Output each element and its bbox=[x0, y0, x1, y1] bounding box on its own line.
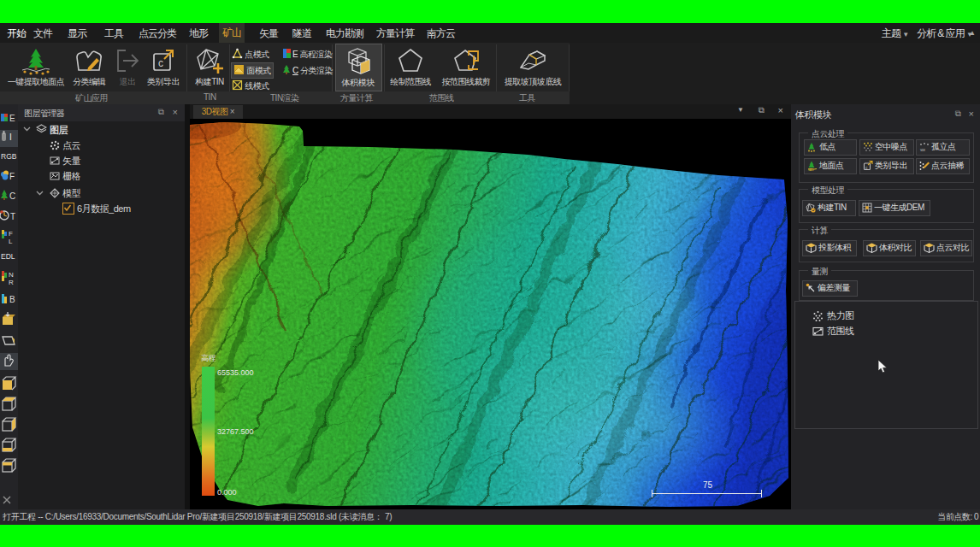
svg-text:T: T bbox=[10, 212, 15, 221]
svg-text:B: B bbox=[9, 295, 15, 304]
svg-text:c: c bbox=[158, 57, 163, 69]
svg-text:vox: vox bbox=[920, 148, 926, 152]
svg-text:SAG: SAG bbox=[808, 168, 814, 171]
svg-text:N: N bbox=[9, 271, 14, 279]
svg-text:c: c bbox=[865, 165, 868, 170]
svg-text:R: R bbox=[9, 279, 14, 286]
svg-text:C: C bbox=[9, 191, 15, 201]
svg-text:L: L bbox=[9, 238, 13, 245]
svg-text:75: 75 bbox=[703, 480, 713, 490]
svg-text:I: I bbox=[9, 132, 12, 142]
svg-text:F: F bbox=[9, 230, 13, 238]
svg-text:E: E bbox=[9, 114, 15, 123]
svg-text:F: F bbox=[9, 172, 15, 181]
